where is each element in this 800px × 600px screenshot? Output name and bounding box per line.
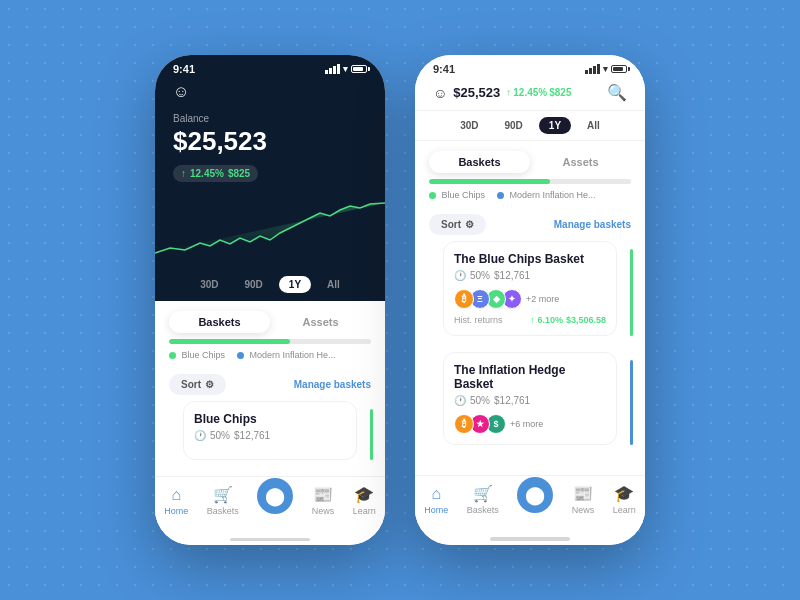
time-tabs-2: 30D 90D 1Y All bbox=[415, 111, 645, 141]
nav-learn-2[interactable]: 🎓 Learn bbox=[613, 484, 636, 515]
tab-1y-2[interactable]: 1Y bbox=[539, 117, 571, 134]
basket-card-1[interactable]: Blue Chips 🕐 50% $12,761 bbox=[183, 401, 357, 460]
clock-icon-2b: 🕐 bbox=[454, 395, 466, 406]
tab-90d-1[interactable]: 90D bbox=[234, 276, 272, 293]
basket-name-1: Blue Chips bbox=[194, 412, 346, 426]
nav-center-1[interactable]: ⬤ bbox=[257, 488, 293, 514]
balance-amount: $25,523 bbox=[173, 126, 367, 157]
status-icons-1: ▾ bbox=[325, 64, 367, 74]
progress-fill-2 bbox=[429, 179, 550, 184]
basket-card-wrapper-2a: The Blue Chips Basket 🕐 50% $12,761 ₿ Ξ … bbox=[429, 241, 631, 344]
crypto-icons-row-2: ₿ ★ $ +6 more bbox=[454, 414, 606, 434]
legend-dot-2a bbox=[429, 192, 436, 199]
nav-center-2[interactable]: ⬤ bbox=[517, 487, 553, 513]
header-balance-amount: $25,523 bbox=[453, 85, 500, 100]
tab-all-1[interactable]: All bbox=[317, 276, 350, 293]
nav-baskets-1[interactable]: 🛒 Baskets bbox=[207, 485, 239, 516]
basket-subtitle-1: 🕐 50% $12,761 bbox=[194, 430, 346, 441]
tab-all-2[interactable]: All bbox=[577, 117, 610, 134]
progress-section-1: Blue Chips Modern Inflation He... bbox=[155, 339, 385, 368]
bitcoin-icon: ₿ bbox=[454, 289, 474, 309]
basket-card-wrapper-2b: The Inflation Hedge Basket 🕐 50% $12,761… bbox=[429, 352, 631, 453]
btc2-icon: ₿ bbox=[454, 414, 474, 434]
change-percent: 12.45% bbox=[190, 168, 224, 179]
center-button-2[interactable]: ⬤ bbox=[517, 477, 553, 513]
phone-2: 9:41 ▾ ☺ $25,523 ↑ 12.45% $825 🔍 bbox=[415, 55, 645, 545]
header-light: ☺ $25,523 ↑ 12.45% $825 🔍 bbox=[415, 79, 645, 111]
basket-subtitle-2a: 🕐 50% $12,761 bbox=[454, 270, 606, 281]
sort-button-1[interactable]: Sort ⚙ bbox=[169, 374, 226, 395]
home-indicator-1 bbox=[230, 538, 310, 541]
legend-dot-2b bbox=[497, 192, 504, 199]
news-icon-2: 📰 bbox=[573, 484, 593, 503]
basket-tabs-1: Baskets Assets bbox=[155, 301, 385, 339]
nav-learn-1[interactable]: 🎓 Learn bbox=[353, 485, 376, 516]
tab-30d-1[interactable]: 30D bbox=[190, 276, 228, 293]
tab-1y-1[interactable]: 1Y bbox=[279, 276, 311, 293]
tab-30d-2[interactable]: 30D bbox=[450, 117, 488, 134]
tab-baskets-1[interactable]: Baskets bbox=[169, 311, 270, 333]
nav-news-1[interactable]: 📰 News bbox=[312, 485, 335, 516]
tab-baskets-2[interactable]: Baskets bbox=[429, 151, 530, 173]
basket-value-1: $12,761 bbox=[234, 430, 270, 441]
nav-news-2[interactable]: 📰 News bbox=[572, 484, 595, 515]
legend-item-2a: Blue Chips bbox=[429, 190, 485, 200]
battery-icon-2 bbox=[611, 65, 627, 73]
status-bar-2: 9:41 ▾ bbox=[415, 55, 645, 79]
filter-icon-1: ⚙ bbox=[205, 379, 214, 390]
header-dark: ☺ Balance $25,523 ↑ 12.45% $825 bbox=[155, 79, 385, 198]
change-dollar: $825 bbox=[228, 168, 250, 179]
baskets-icon-1: 🛒 bbox=[213, 485, 233, 504]
legend-item-1: Blue Chips bbox=[169, 350, 225, 360]
tab-assets-2[interactable]: Assets bbox=[530, 151, 631, 173]
sort-row-1: Sort ⚙ Manage baskets bbox=[155, 368, 385, 401]
wifi-icon: ▾ bbox=[343, 64, 348, 74]
balance-change: ↑ 12.45% $825 bbox=[173, 165, 258, 182]
balance-label: Balance bbox=[173, 113, 367, 124]
nav-home-1[interactable]: ⌂ Home bbox=[164, 486, 188, 516]
home-icon-1: ⌂ bbox=[171, 486, 181, 504]
user-icon[interactable]: ☺ bbox=[173, 83, 189, 101]
phone-1: 9:41 ▾ ☺ Balance $25,523 ↑ 12.45% $825 bbox=[155, 55, 385, 545]
user-icon-2[interactable]: ☺ bbox=[433, 85, 447, 101]
nav-home-2[interactable]: ⌂ Home bbox=[424, 485, 448, 515]
up-arrow-icon: ↑ bbox=[181, 168, 186, 179]
center-button-1[interactable]: ⬤ bbox=[257, 478, 293, 514]
sort-button-2[interactable]: Sort ⚙ bbox=[429, 214, 486, 235]
learn-icon-2: 🎓 bbox=[614, 484, 634, 503]
hist-label: Hist. returns bbox=[454, 315, 503, 325]
value-2b: $12,761 bbox=[494, 395, 530, 406]
legend-item-2: Modern Inflation He... bbox=[237, 350, 336, 360]
manage-baskets-link-2[interactable]: Manage baskets bbox=[554, 219, 631, 230]
basket-name-2a: The Blue Chips Basket bbox=[454, 252, 606, 266]
progress-legend-1: Blue Chips Modern Inflation He... bbox=[169, 350, 371, 360]
baskets-icon-2: 🛒 bbox=[473, 484, 493, 503]
clock-icon-1: 🕐 bbox=[194, 430, 206, 441]
progress-legend-2: Blue Chips Modern Inflation He... bbox=[429, 190, 631, 200]
basket-card-2a[interactable]: The Blue Chips Basket 🕐 50% $12,761 ₿ Ξ … bbox=[443, 241, 617, 336]
time-display-1: 9:41 bbox=[173, 63, 195, 75]
tab-90d-2[interactable]: 90D bbox=[494, 117, 532, 134]
learn-icon-1: 🎓 bbox=[354, 485, 374, 504]
sort-label-1: Sort bbox=[181, 379, 201, 390]
legend-item-2b: Modern Inflation He... bbox=[497, 190, 596, 200]
clock-icon-2a: 🕐 bbox=[454, 270, 466, 281]
tab-assets-1[interactable]: Assets bbox=[270, 311, 371, 333]
signal-icon bbox=[325, 64, 340, 74]
time-display-2: 9:41 bbox=[433, 63, 455, 75]
home-icon-2: ⌂ bbox=[431, 485, 441, 503]
basket-bar-1 bbox=[370, 409, 373, 460]
up-arrow-hist: ↑ bbox=[530, 315, 535, 325]
basket-card-wrapper-1: Blue Chips 🕐 50% $12,761 bbox=[169, 401, 371, 468]
allocation-2b: 50% bbox=[470, 395, 490, 406]
basket-card-2b[interactable]: The Inflation Hedge Basket 🕐 50% $12,761… bbox=[443, 352, 617, 445]
legend-dot-1 bbox=[169, 352, 176, 359]
content-area-1: Baskets Assets Blue Chips Modern Inflati… bbox=[155, 301, 385, 545]
wifi-icon-2: ▾ bbox=[603, 64, 608, 74]
search-icon[interactable]: 🔍 bbox=[607, 83, 627, 102]
manage-baskets-link-1[interactable]: Manage baskets bbox=[294, 379, 371, 390]
basket-bar-2a bbox=[630, 249, 633, 336]
progress-fill-1 bbox=[169, 339, 290, 344]
more-tag-2: +6 more bbox=[510, 419, 543, 429]
nav-baskets-2[interactable]: 🛒 Baskets bbox=[467, 484, 499, 515]
